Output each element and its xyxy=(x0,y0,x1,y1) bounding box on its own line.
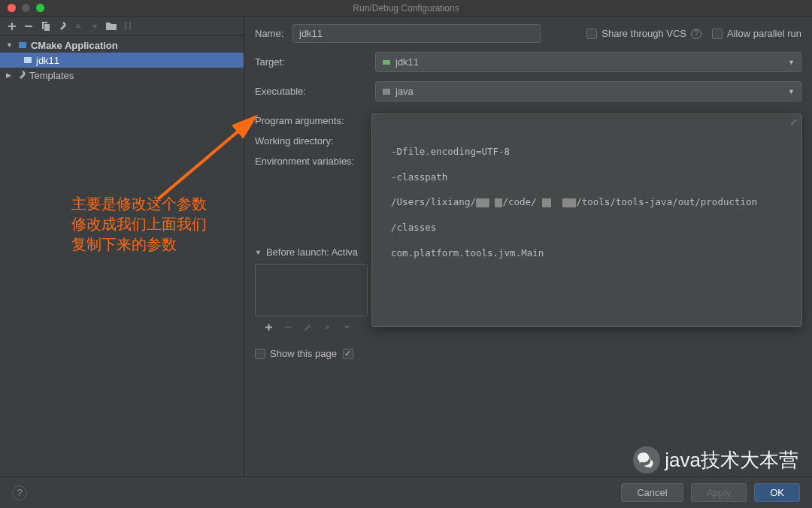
program-arguments-textarea[interactable]: ⤢ -Dfile.encoding=UTF-8 -classpath /User… xyxy=(371,113,802,327)
close-window-icon[interactable] xyxy=(8,4,16,12)
target-dropdown[interactable]: jdk11 ▼ xyxy=(375,52,801,72)
exec-label: Executable: xyxy=(255,86,375,97)
tree-group-label: Templates xyxy=(29,70,74,81)
remove-icon xyxy=(282,321,294,333)
folder-icon[interactable] xyxy=(105,20,117,32)
executable-dropdown[interactable]: java ▼ xyxy=(375,81,801,101)
config-tree[interactable]: CMake Application jdk11 Templates xyxy=(0,36,244,476)
help-button[interactable]: ? xyxy=(12,485,27,500)
remove-icon[interactable] xyxy=(23,20,35,32)
show-page-checkbox[interactable]: Show this page xyxy=(255,348,337,359)
tree-item-label: jdk11 xyxy=(36,55,59,66)
cmake-icon xyxy=(17,40,28,50)
window-title: Run/Debug Configurations xyxy=(353,3,459,14)
wrench-icon xyxy=(16,70,26,80)
add-icon[interactable] xyxy=(6,20,18,32)
ok-button[interactable]: OK xyxy=(754,483,800,502)
title-bar: Run/Debug Configurations xyxy=(0,0,812,17)
wechat-icon xyxy=(633,446,660,473)
tree-group-templates[interactable]: Templates xyxy=(0,68,244,83)
apply-button: Apply xyxy=(691,483,747,502)
config-tree-panel: CMake Application jdk11 Templates xyxy=(0,17,244,476)
name-input[interactable] xyxy=(292,24,541,43)
add-icon[interactable] xyxy=(262,321,274,333)
tree-toolbar xyxy=(0,17,244,36)
help-icon[interactable]: ? xyxy=(691,29,701,39)
down-icon xyxy=(89,20,101,32)
up-icon xyxy=(72,20,84,32)
tree-group-label: CMake Application xyxy=(31,40,118,51)
wd-label: Working directory: xyxy=(255,135,375,147)
cancel-button[interactable]: Cancel xyxy=(621,483,683,502)
name-label: Name: xyxy=(255,28,292,39)
dialog-footer: ? Cancel Apply OK xyxy=(0,476,812,508)
down-icon xyxy=(341,321,353,333)
before-launch-list[interactable] xyxy=(255,264,368,316)
collapse-icon[interactable]: ⤢ xyxy=(790,117,797,129)
minimize-window-icon xyxy=(22,4,30,12)
chevron-down-icon: ▼ xyxy=(788,88,795,95)
wrench-icon[interactable] xyxy=(56,20,68,32)
target-label: Target: xyxy=(255,56,375,68)
app-icon xyxy=(23,55,33,65)
env-label: Environment variables: xyxy=(255,156,375,167)
watermark: java技术大本营 xyxy=(633,446,798,473)
tree-group-cmake[interactable]: CMake Application xyxy=(0,38,244,53)
sort-icon xyxy=(122,20,134,32)
up-icon xyxy=(321,321,333,333)
edit-icon xyxy=(301,321,314,333)
maximize-window-icon[interactable] xyxy=(36,4,44,12)
chevron-down-icon: ▼ xyxy=(788,59,795,66)
args-label: Program arguments: xyxy=(255,115,375,126)
traffic-lights xyxy=(0,4,44,12)
parallel-run-checkbox[interactable]: Allow parallel run xyxy=(712,28,801,39)
activate-checkbox[interactable] xyxy=(343,349,353,359)
share-vcs-checkbox[interactable]: Share through VCS ? xyxy=(586,28,701,39)
copy-icon[interactable] xyxy=(39,20,51,32)
tree-item-jdk11[interactable]: jdk11 xyxy=(0,53,244,68)
